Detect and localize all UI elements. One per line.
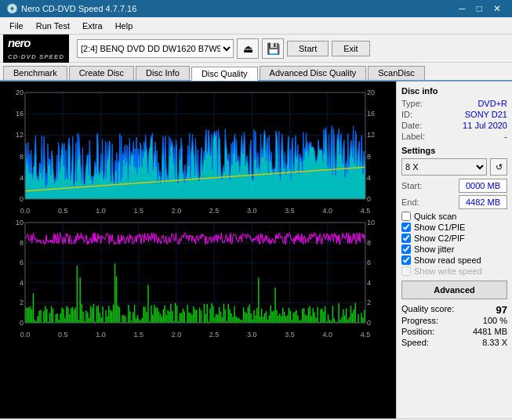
- quick-scan-label: Quick scan: [414, 212, 456, 221]
- tab-scan-disc[interactable]: ScanDisc: [368, 66, 424, 80]
- quality-score-value: 97: [496, 304, 507, 316]
- show-jitter-row: Show jitter: [401, 244, 507, 254]
- speed-value-quality: 8.33 X: [482, 338, 507, 347]
- maximize-button[interactable]: □: [472, 1, 487, 16]
- main-content: Disc info Type: DVD+R ID: SONY D21 Date:…: [0, 81, 512, 418]
- position-label: Position:: [401, 327, 434, 336]
- speed-row: 8 X ↺: [401, 158, 507, 176]
- tab-create-disc[interactable]: Create Disc: [69, 66, 134, 80]
- menu-file[interactable]: File: [3, 20, 30, 32]
- show-write-speed-row: Show write speed: [401, 266, 507, 276]
- show-c1pie-row: Show C1/PIE: [401, 223, 507, 232]
- show-jitter-label: Show jitter: [414, 244, 454, 254]
- end-mb-field[interactable]: [459, 195, 507, 209]
- refresh-button[interactable]: ↺: [490, 158, 507, 176]
- tabs: Benchmark Create Disc Disc Info Disc Qua…: [0, 63, 512, 81]
- speed-label-quality: Speed:: [401, 338, 429, 347]
- show-c2pif-checkbox[interactable]: [401, 234, 411, 243]
- show-read-speed-label: Show read speed: [414, 255, 481, 265]
- show-write-speed-label: Show write speed: [414, 266, 482, 276]
- quick-scan-row: Quick scan: [401, 212, 507, 221]
- disc-label-row: Label: -: [401, 132, 507, 141]
- titlebar-left: 💿 Nero CD-DVD Speed 4.7.7.16: [6, 3, 136, 14]
- position-row: Position: 4481 MB: [401, 327, 507, 336]
- disc-date-value: 11 Jul 2020: [463, 121, 507, 130]
- settings-group: Settings 8 X ↺ Start: End: Quick scan: [401, 146, 507, 299]
- end-mb-label: End:: [401, 197, 419, 207]
- drive-select[interactable]: [2:4] BENQ DVD DD DW1620 B7W9: [77, 39, 234, 58]
- tab-benchmark[interactable]: Benchmark: [3, 66, 67, 80]
- disc-date-label: Date:: [401, 121, 422, 130]
- minimize-button[interactable]: ─: [454, 1, 470, 16]
- menu-run-test[interactable]: Run Test: [30, 20, 76, 32]
- show-c2pif-label: Show C2/PIF: [414, 234, 465, 243]
- menu-help[interactable]: Help: [109, 20, 140, 32]
- disc-type-row: Type: DVD+R: [401, 99, 507, 108]
- show-c2pif-row: Show C2/PIF: [401, 234, 507, 243]
- right-panel: Disc info Type: DVD+R ID: SONY D21 Date:…: [396, 81, 512, 418]
- disc-type-value: DVD+R: [478, 99, 507, 108]
- disc-id-row: ID: SONY D21: [401, 110, 507, 119]
- disc-id-value: SONY D21: [465, 110, 507, 119]
- titlebar-controls: ─ □ ✕: [454, 1, 506, 16]
- tab-advanced-disc-quality[interactable]: Advanced Disc Quality: [260, 66, 367, 80]
- titlebar: 💿 Nero CD-DVD Speed 4.7.7.16 ─ □ ✕: [0, 0, 512, 17]
- pie-chart: [3, 85, 387, 216]
- pif-chart: [3, 216, 387, 340]
- disc-label-label: Label:: [401, 132, 425, 141]
- quality-section: Quality score: 97 Progress: 100 % Positi…: [401, 304, 507, 347]
- disc-type-label: Type:: [401, 99, 423, 108]
- end-mb-row: End:: [401, 195, 507, 209]
- quality-score-label: Quality score:: [401, 304, 454, 316]
- disc-info-title: Disc info: [401, 86, 507, 96]
- start-mb-field[interactable]: [459, 179, 507, 193]
- app-title: Nero CD-DVD Speed 4.7.7.16: [21, 4, 136, 13]
- save-button[interactable]: 💾: [262, 38, 284, 59]
- quality-score-row: Quality score: 97: [401, 304, 507, 316]
- settings-title: Settings: [401, 146, 507, 155]
- tab-disc-info[interactable]: Disc Info: [136, 66, 190, 80]
- nero-logo: nero CD·DVD SPEED: [3, 34, 69, 63]
- show-c1pie-checkbox[interactable]: [401, 223, 411, 232]
- show-read-speed-row: Show read speed: [401, 255, 507, 265]
- show-read-speed-checkbox[interactable]: [401, 255, 411, 265]
- menubar: File Run Test Extra Help: [0, 17, 512, 34]
- disc-label-value: -: [504, 132, 507, 141]
- progress-row: Progress: 100 %: [401, 316, 507, 325]
- disc-id-label: ID:: [401, 110, 412, 119]
- speed-row-quality: Speed: 8.33 X: [401, 338, 507, 347]
- position-value: 4481 MB: [473, 327, 507, 336]
- charts-area: [0, 81, 396, 418]
- toolbar: nero CD·DVD SPEED [2:4] BENQ DVD DD DW16…: [0, 34, 512, 63]
- progress-label: Progress:: [401, 316, 438, 325]
- start-button[interactable]: Start: [287, 41, 329, 56]
- progress-value: 100 %: [483, 316, 507, 325]
- disc-date-row: Date: 11 Jul 2020: [401, 121, 507, 130]
- start-mb-label: Start:: [401, 181, 422, 190]
- show-jitter-checkbox[interactable]: [401, 244, 411, 254]
- tab-disc-quality[interactable]: Disc Quality: [191, 67, 258, 81]
- eject-button[interactable]: ⏏: [237, 38, 259, 59]
- close-button[interactable]: ✕: [488, 1, 506, 16]
- start-mb-row: Start:: [401, 179, 507, 193]
- speed-select[interactable]: 8 X: [401, 158, 487, 176]
- show-write-speed-checkbox[interactable]: [401, 266, 411, 276]
- quick-scan-checkbox[interactable]: [401, 212, 411, 221]
- app-icon: 💿: [6, 3, 18, 14]
- menu-extra[interactable]: Extra: [76, 20, 109, 32]
- show-c1pie-label: Show C1/PIE: [414, 223, 465, 232]
- advanced-button[interactable]: Advanced: [401, 281, 507, 299]
- exit-button[interactable]: Exit: [332, 41, 369, 56]
